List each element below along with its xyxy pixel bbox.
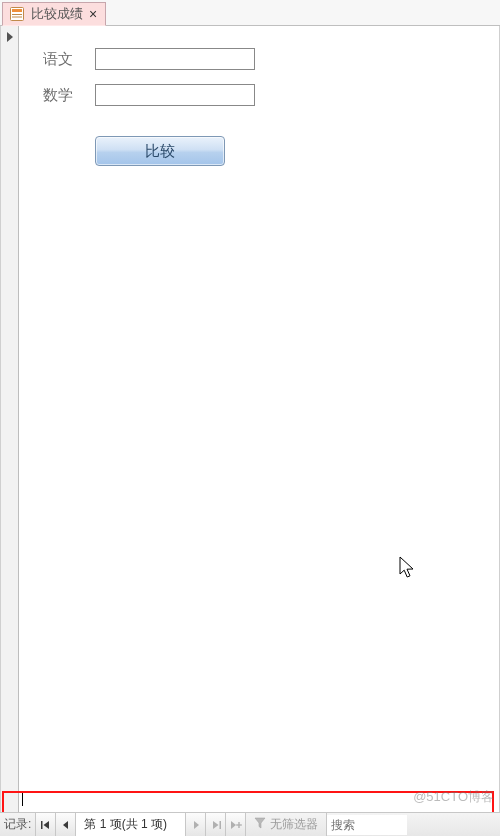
cursor-icon bbox=[399, 556, 417, 583]
svg-marker-10 bbox=[231, 821, 236, 829]
svg-rect-4 bbox=[41, 821, 43, 829]
svg-marker-5 bbox=[43, 821, 49, 829]
funnel-icon bbox=[254, 817, 266, 832]
text-caret bbox=[22, 792, 23, 806]
svg-rect-1 bbox=[12, 9, 22, 12]
tab-compare-scores[interactable]: 比较成绩 × bbox=[2, 2, 106, 26]
svg-marker-6 bbox=[63, 821, 68, 829]
nav-new-button[interactable] bbox=[225, 813, 245, 836]
nav-prev-button[interactable] bbox=[55, 813, 75, 836]
label-math: 数学 bbox=[43, 86, 95, 105]
field-row-math: 数学 bbox=[43, 84, 475, 106]
form-icon bbox=[9, 6, 25, 22]
svg-rect-9 bbox=[219, 821, 221, 829]
nav-filter-label: 无筛选器 bbox=[270, 816, 318, 833]
nav-last-button[interactable] bbox=[205, 813, 225, 836]
form-area: 语文 数学 比较 bbox=[19, 26, 499, 812]
record-navigation-bar: 记录: 第 1 项(共 1 项) 无筛选器 bbox=[0, 812, 500, 836]
nav-filter[interactable]: 无筛选器 bbox=[245, 813, 326, 836]
input-math[interactable] bbox=[95, 84, 255, 106]
record-selector[interactable] bbox=[1, 26, 19, 812]
nav-record-label: 记录: bbox=[0, 813, 35, 836]
compare-button[interactable]: 比较 bbox=[95, 136, 225, 166]
input-chinese[interactable] bbox=[95, 48, 255, 70]
svg-marker-7 bbox=[194, 821, 199, 829]
tab-strip: 比较成绩 × bbox=[0, 0, 500, 26]
tab-title: 比较成绩 bbox=[31, 5, 83, 23]
nav-next-button[interactable] bbox=[185, 813, 205, 836]
nav-search-input[interactable] bbox=[327, 815, 407, 835]
svg-marker-13 bbox=[255, 818, 265, 828]
record-marker-icon bbox=[7, 32, 13, 42]
close-icon[interactable]: × bbox=[89, 7, 97, 21]
label-chinese: 语文 bbox=[43, 50, 95, 69]
nav-first-button[interactable] bbox=[35, 813, 55, 836]
nav-counter: 第 1 项(共 1 项) bbox=[75, 813, 185, 836]
form-body: 语文 数学 比较 bbox=[0, 26, 500, 812]
svg-marker-8 bbox=[213, 821, 219, 829]
nav-search-cell bbox=[326, 813, 407, 836]
field-row-chinese: 语文 bbox=[43, 48, 475, 70]
